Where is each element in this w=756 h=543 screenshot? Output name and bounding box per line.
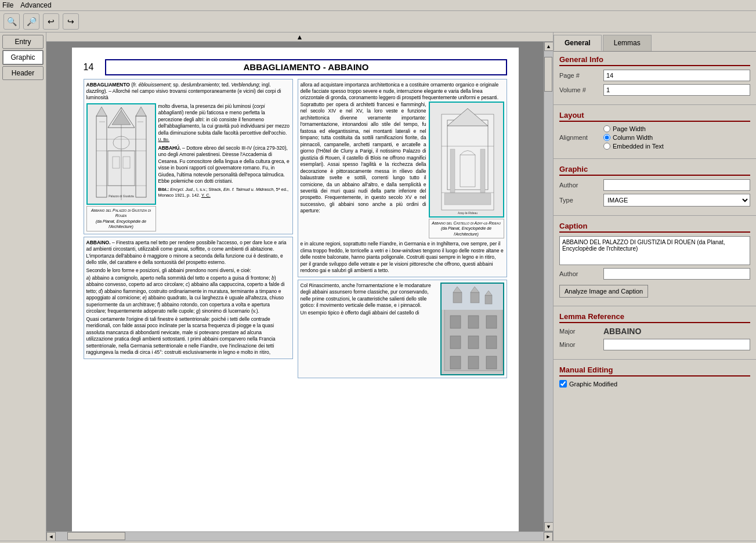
alignment-options: Page Width Column Width Embedded in Text (603, 125, 664, 150)
manual-editing-section: Manual Editing Graphic Modified (554, 362, 756, 391)
major-value: ABBAINO (603, 327, 641, 336)
caption-author-label: Author (559, 270, 600, 277)
scroll-thumb[interactable] (544, 57, 552, 92)
horizontal-scroll-thumb[interactable] (67, 532, 125, 540)
analyze-image-button[interactable]: Analyze Image and Caption (559, 285, 648, 298)
embedded-radio-row: Embedded in Text (603, 143, 664, 150)
caption-header: Caption (559, 222, 750, 233)
svg-rect-32 (468, 316, 479, 328)
document-scroll[interactable]: 14 ABBAGLIAMENTO - ABBAINO ABBAGLIAMENTO… (46, 42, 544, 531)
page-width-radio[interactable] (603, 125, 610, 132)
graphic-modified-checkbox[interactable] (559, 380, 567, 388)
page-width-label: Page Width (613, 125, 646, 132)
scroll-up-arrow[interactable]: ▲ (544, 42, 554, 51)
caption-text-box[interactable]: ABBAINO DEL PALAZZO DI GIUSTIZIA DI ROUE… (559, 236, 750, 265)
page-label: Page # (559, 72, 600, 79)
scroll-up-icon: ▲ (296, 33, 303, 41)
embedded-radio[interactable] (603, 143, 610, 150)
panel-tabs: General Lemmas (554, 32, 756, 52)
divider-4 (554, 306, 756, 306)
sidebar-item-entry[interactable]: Entry (2, 35, 44, 49)
right-panel: General Lemmas General Info Page # Volum… (553, 32, 756, 541)
sidebar-item-header[interactable]: Header (2, 66, 44, 80)
general-info-header: General Info (559, 55, 750, 66)
minor-input[interactable] (603, 339, 750, 350)
svg-rect-31 (450, 316, 461, 328)
graphic-type-select[interactable]: IMAGE PHOTO DRAWING MAP TABLE (603, 194, 750, 207)
tab-lemmas[interactable]: Lemmas (603, 35, 652, 51)
caption-section: Caption ABBAINO DEL PALAZZO DI GIUSTIZIA… (554, 218, 756, 303)
page-width-radio-row: Page Width (603, 125, 664, 132)
toolbar: 🔍 🔎 ↩ ↪ (0, 11, 756, 32)
lemma-section: Lemma Reference Major ABBAINO Minor (554, 309, 756, 357)
scroll-left-arrow[interactable]: ◄ (46, 532, 56, 541)
zoom-out-icon: 🔎 (27, 17, 37, 26)
volume-label: Volume # (559, 86, 600, 93)
zoom-in-button[interactable]: 🔍 (3, 13, 20, 30)
scroll-down-arrow[interactable]: ▼ (544, 522, 554, 531)
scroll-up-button[interactable]: ▲ (46, 32, 553, 42)
alignment-label: Alignment (559, 134, 600, 141)
graphic-author-input[interactable] (603, 179, 750, 191)
volume-input[interactable] (603, 84, 750, 96)
volume-field-row: Volume # (559, 84, 750, 96)
zoom-in-icon: 🔍 (7, 17, 17, 26)
image-caption-1: Abbaino del Palazzo di Giustizia di Roue… (86, 206, 156, 231)
svg-rect-45 (485, 295, 492, 304)
tab-general[interactable]: General (554, 35, 602, 51)
main-container: Entry Graphic Header ▲ 14 ABBAGLIAMENTO … (0, 32, 756, 541)
menu-bar: File Advanced (0, 0, 756, 11)
svg-rect-41 (453, 292, 462, 303)
graphic-modified-label: Graphic Modified (569, 381, 617, 388)
undo-icon: ↩ (48, 17, 55, 26)
embedded-label: Embedded in Text (613, 143, 664, 150)
document-area: ▲ 14 ABBAGLIAMENTO - ABBAINO (46, 32, 553, 541)
general-info-section: General Info Page # Volume # (554, 52, 756, 102)
graphic-author-label: Author (559, 182, 600, 189)
sidebar-item-graphic[interactable]: Graphic (2, 50, 44, 65)
svg-rect-35 (468, 336, 479, 349)
zoom-out-button[interactable]: 🔎 (23, 13, 39, 30)
undo-button[interactable]: ↩ (43, 13, 59, 30)
layout-section: Layout Alignment Page Width Column Width… (554, 107, 756, 156)
column-width-radio[interactable] (603, 134, 610, 141)
svg-rect-27 (444, 193, 491, 205)
divider-3 (554, 215, 756, 216)
major-row: Major ABBAINO (559, 327, 750, 336)
svg-rect-22 (450, 149, 455, 193)
type-row: Type IMAGE PHOTO DRAWING MAP TABLE (559, 194, 750, 207)
scroll-right-arrow[interactable]: ► (544, 532, 553, 541)
graphic-header: Graphic (559, 165, 750, 176)
graphic-section: Graphic Author Type IMAGE PHOTO DRAWING … (554, 161, 756, 213)
lemma-header: Lemma Reference (559, 312, 750, 323)
svg-rect-33 (486, 316, 497, 328)
divider-5 (554, 359, 756, 360)
caption-author-row: Author (559, 268, 750, 280)
manual-editing-header: Manual Editing (559, 365, 750, 377)
svg-rect-39 (486, 356, 497, 369)
page-input[interactable] (603, 70, 750, 81)
caption-author-input[interactable] (603, 268, 750, 280)
status-bar: Ready (0, 541, 756, 543)
right-column: allora ad acquistare importanza architet… (298, 79, 507, 378)
left-column: ABBAGLIAMENTO (fr. éblouissement; sp. de… (84, 79, 293, 378)
column-width-radio-row: Column Width (603, 134, 664, 141)
graphic-modified-row: Graphic Modified (559, 380, 750, 388)
horizontal-scrollbar[interactable]: ◄ ► (46, 531, 553, 541)
vertical-scrollbar[interactable]: ▲ ▼ (544, 42, 553, 531)
redo-button[interactable]: ↪ (63, 13, 79, 30)
document-page: 14 ABBAGLIAMENTO - ABBAINO ABBAGLIAMENTO… (72, 48, 519, 531)
svg-rect-43 (471, 292, 479, 303)
menu-file[interactable]: File (2, 1, 13, 9)
image-palazzo: Azay-le-Rideau (429, 102, 504, 218)
svg-rect-23 (480, 149, 485, 193)
minor-row: Minor (559, 339, 750, 350)
minor-label: Minor (559, 341, 600, 348)
layout-header: Layout (559, 111, 750, 122)
scroll-track (544, 51, 553, 522)
menu-advanced[interactable]: Advanced (20, 1, 51, 9)
author-row: Author (559, 179, 750, 191)
page-title: ABBAGLIAMENTO - ABBAINO (105, 59, 507, 75)
horizontal-scroll-track (56, 532, 544, 541)
page-number: 14 (84, 61, 94, 74)
